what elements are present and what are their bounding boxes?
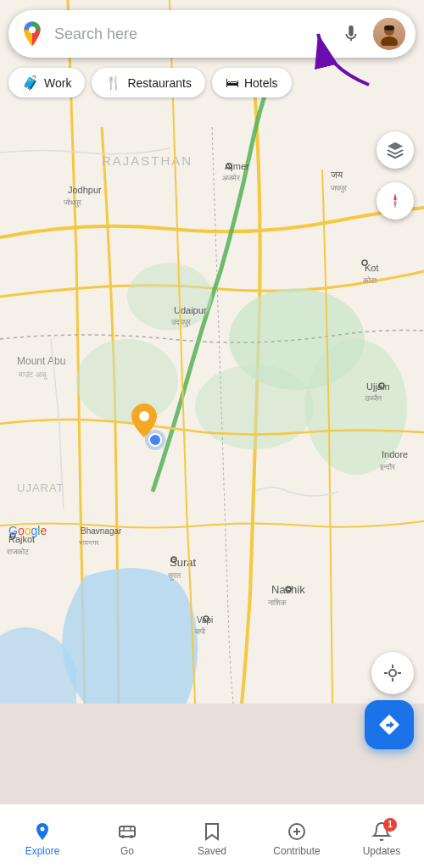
updates-icon: 1 <box>371 821 392 842</box>
layers-button[interactable] <box>377 131 414 169</box>
saved-icon <box>202 821 222 842</box>
restaurants-icon: 🍴 <box>105 75 122 91</box>
search-bar: Search here <box>8 10 416 58</box>
svg-text:राजकोट: राजकोट <box>6 547 30 556</box>
chip-hotels[interactable]: 🛏 Hotels <box>212 68 292 97</box>
svg-point-48 <box>41 826 45 831</box>
svg-text:नाशिक: नाशिक <box>267 598 287 607</box>
svg-text:Ajmer: Ajmer <box>225 161 249 171</box>
google-maps-logo-icon <box>19 20 46 47</box>
svg-text:इन्दौर: इन्दौर <box>379 462 395 471</box>
svg-text:Udaipur: Udaipur <box>174 305 207 315</box>
svg-text:माउंट आबू: माउंट आबू <box>18 370 48 380</box>
go-icon <box>117 821 137 842</box>
svg-text:भावनगर: भावनगर <box>79 539 99 547</box>
filter-chips: 🧳 Work 🍴 Restaurants 🛏 Hotels <box>8 68 292 97</box>
bottom-sheet: Latest in the area ⋮ Explore <box>0 812 424 868</box>
svg-point-51 <box>130 835 133 838</box>
svg-rect-49 <box>120 826 135 837</box>
location-button[interactable] <box>371 652 414 694</box>
svg-text:वापी: वापी <box>194 627 206 636</box>
nav-saved[interactable]: Saved <box>170 804 254 868</box>
svg-point-41 <box>139 411 149 421</box>
nav-updates[interactable]: 1 Updates <box>339 804 424 868</box>
svg-rect-45 <box>384 25 394 31</box>
svg-text:जयपुर: जयपुर <box>330 184 347 193</box>
svg-point-5 <box>76 339 178 424</box>
google-watermark: Google <box>8 523 47 538</box>
chip-work[interactable]: 🧳 Work <box>8 68 85 97</box>
nav-go[interactable]: Go <box>85 804 170 868</box>
svg-text:Indore: Indore <box>382 449 408 459</box>
nav-explore[interactable]: Explore <box>0 804 85 868</box>
chip-work-label: Work <box>44 76 71 90</box>
svg-text:Bhavnagar: Bhavnagar <box>81 526 122 536</box>
svg-text:UJARAT: UJARAT <box>17 481 64 494</box>
nav-contribute-label: Contribute <box>273 845 320 857</box>
svg-text:Ujjain: Ujjain <box>366 381 390 392</box>
chip-hotels-label: Hotels <box>244 76 278 90</box>
search-input[interactable]: Search here <box>54 25 334 43</box>
svg-text:जोधपुर: जोधपुर <box>63 198 81 208</box>
svg-text:जय: जय <box>330 170 343 180</box>
bottom-nav: Explore Go Save <box>0 804 424 868</box>
svg-point-42 <box>29 26 36 33</box>
svg-point-46 <box>389 670 396 676</box>
svg-text:सूरत: सूरत <box>167 571 181 581</box>
nav-contribute[interactable]: Contribute <box>254 804 339 868</box>
profile-avatar[interactable] <box>373 18 405 50</box>
svg-text:उज्जैन: उज्जैन <box>364 393 382 403</box>
nav-go-label: Go <box>120 845 134 857</box>
compass-button[interactable] <box>377 182 414 220</box>
chip-restaurants[interactable]: 🍴 Restaurants <box>92 68 204 97</box>
svg-point-4 <box>127 263 212 331</box>
updates-badge: 1 <box>383 818 397 832</box>
svg-point-44 <box>381 36 398 46</box>
svg-text:RAJASTHAN: RAJASTHAN <box>102 153 192 168</box>
svg-text:अजमेर: अजमेर <box>222 173 240 182</box>
nav-updates-label: Updates <box>363 845 401 857</box>
work-icon: 🧳 <box>22 75 39 91</box>
explore-icon <box>32 821 53 842</box>
nav-explore-label: Explore <box>25 845 60 857</box>
svg-text:Jodhpur: Jodhpur <box>68 185 102 195</box>
svg-point-3 <box>195 364 314 449</box>
svg-point-50 <box>121 835 125 838</box>
chip-restaurants-label: Restaurants <box>127 76 191 90</box>
svg-text:कोटा: कोटा <box>362 275 377 285</box>
directions-fab[interactable] <box>365 700 414 749</box>
hotels-icon: 🛏 <box>226 75 239 91</box>
svg-text:Nashik: Nashik <box>271 583 305 596</box>
nav-saved-label: Saved <box>198 845 226 857</box>
mic-button[interactable] <box>334 17 368 51</box>
contribute-icon <box>287 821 307 842</box>
svg-text:Mount Abu: Mount Abu <box>17 355 65 367</box>
